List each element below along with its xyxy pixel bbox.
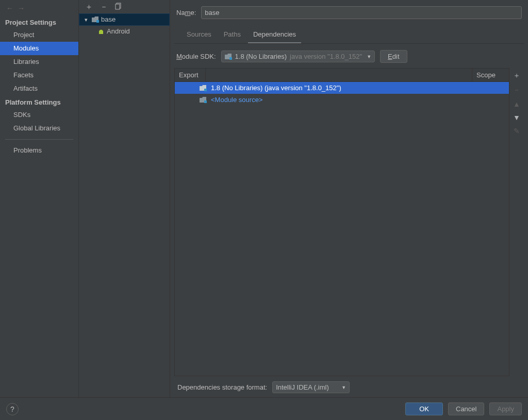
source-folder-icon	[200, 97, 208, 103]
storage-format-value: IntelliJ IDEA (.iml)	[276, 383, 329, 391]
tree-facet-android-label: Android	[107, 27, 130, 36]
chevron-down-icon[interactable]: ▾	[82, 15, 90, 24]
move-down-icon[interactable]: ▼	[513, 113, 520, 122]
module-tree-panel: ＋ － ▾ base Android	[79, 0, 170, 397]
sdk-folder-icon	[200, 85, 208, 91]
settings-nav: ← → Project Settings Project Modules Lib…	[0, 0, 79, 397]
dependency-row-module-source[interactable]: <Module source>	[175, 94, 509, 106]
copy-module-icon[interactable]	[115, 3, 122, 11]
nav-divider	[5, 139, 73, 140]
nav-back-icon[interactable]: ←	[6, 4, 13, 12]
move-up-icon: ▲	[513, 100, 520, 108]
tree-module-base[interactable]: ▾ base	[79, 13, 170, 26]
ok-button[interactable]: OK	[405, 402, 443, 415]
storage-format-combo[interactable]: IntelliJ IDEA (.iml) ▼	[272, 381, 350, 393]
dependency-toolbar: ＋ － ▲ ▼ ✎	[509, 68, 524, 376]
module-sdk-combo[interactable]: 1.8 (No Libraries) java version "1.8.0_1…	[221, 51, 375, 62]
module-folder-icon	[92, 16, 99, 23]
module-name-input[interactable]	[201, 6, 522, 19]
svg-rect-3	[229, 57, 232, 60]
svg-rect-1	[116, 4, 120, 9]
edit-dependency-icon: ✎	[514, 127, 520, 135]
tree-module-base-label: base	[101, 15, 116, 24]
col-name	[206, 69, 472, 81]
col-scope[interactable]: Scope	[472, 69, 509, 81]
remove-module-icon[interactable]: －	[100, 2, 108, 12]
tab-underline	[174, 43, 524, 44]
module-sdk-version: java version "1.8.0_152"	[290, 53, 362, 60]
nav-facets[interactable]: Facets	[0, 69, 78, 82]
nav-forward-icon[interactable]: →	[18, 4, 25, 12]
dependency-row-sdk[interactable]: 1.8 (No Libraries) (java version "1.8.0_…	[175, 82, 509, 94]
chevron-down-icon: ▼	[341, 385, 346, 390]
svg-rect-2	[96, 20, 99, 23]
name-label: Name:	[176, 9, 196, 16]
tab-sources[interactable]: Sources	[182, 27, 217, 44]
tree-facet-android[interactable]: Android	[79, 26, 170, 37]
apply-button[interactable]: Apply	[489, 402, 522, 415]
android-icon	[97, 28, 105, 35]
sdk-folder-icon	[225, 54, 232, 60]
module-sdk-value: 1.8 (No Libraries)	[235, 53, 287, 60]
tab-paths[interactable]: Paths	[219, 27, 246, 44]
cancel-button[interactable]: Cancel	[448, 402, 484, 415]
edit-sdk-button[interactable]: Edit	[380, 50, 407, 63]
svg-rect-5	[204, 100, 207, 103]
section-platform-settings: Platform Settings	[0, 95, 78, 108]
nav-problems[interactable]: Problems	[0, 144, 78, 157]
svg-rect-4	[204, 89, 207, 91]
nav-global-libraries[interactable]: Global Libraries	[0, 122, 78, 135]
section-project-settings: Project Settings	[0, 15, 78, 28]
dependency-row-module-source-label: <Module source>	[211, 96, 262, 104]
tab-dependencies[interactable]: Dependencies	[248, 27, 301, 44]
nav-sdks[interactable]: SDKs	[0, 108, 78, 122]
nav-project[interactable]: Project	[0, 28, 78, 42]
col-export[interactable]: Export	[175, 69, 206, 81]
nav-libraries[interactable]: Libraries	[0, 55, 78, 69]
add-dependency-icon[interactable]: ＋	[513, 71, 520, 80]
nav-artifacts[interactable]: Artifacts	[0, 82, 78, 95]
storage-format-label: Dependencies storage format:	[177, 383, 267, 391]
dependencies-table: Export Scope 1.8 (No Libraries) (java ve…	[174, 68, 509, 376]
dependency-row-sdk-label: 1.8 (No Libraries) (java version "1.8.0_…	[211, 84, 341, 92]
chevron-down-icon: ▼	[367, 54, 371, 59]
module-sdk-label: Module SDK:	[176, 53, 216, 60]
nav-modules[interactable]: Modules	[0, 42, 78, 55]
remove-dependency-icon: －	[513, 86, 520, 95]
help-icon[interactable]: ?	[6, 403, 19, 415]
dialog-footer: ? OK Cancel Apply	[0, 397, 528, 420]
module-detail-panel: Name: Sources Paths Dependencies Module …	[170, 0, 528, 397]
add-module-icon[interactable]: ＋	[85, 2, 93, 12]
